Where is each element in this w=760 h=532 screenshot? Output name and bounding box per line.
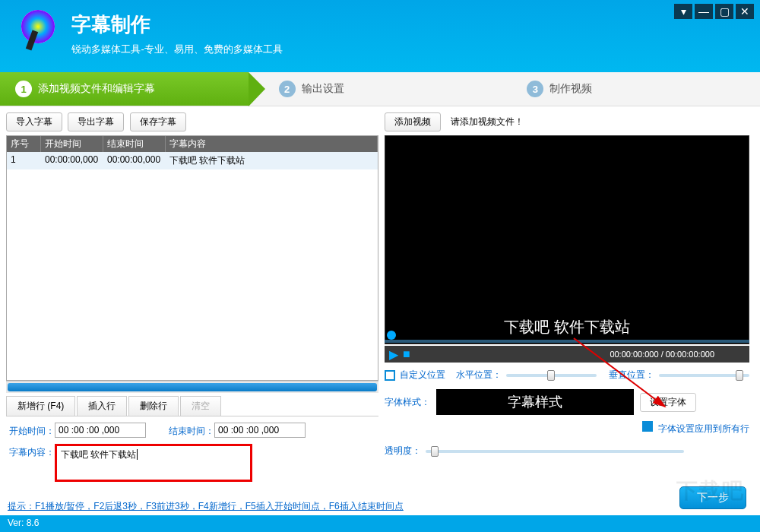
set-font-button[interactable]: 设置字体: [640, 393, 696, 412]
col-num: 序号: [7, 136, 41, 152]
step-1[interactable]: 1添加视频文件和编辑字幕: [0, 72, 249, 106]
opacity-label: 透明度：: [385, 445, 421, 458]
status-bar: Ver: 8.6: [0, 515, 760, 532]
seek-thumb[interactable]: [387, 331, 396, 340]
v-pos-label: 垂直位置：: [609, 369, 654, 382]
app-title: 字幕制作: [71, 11, 282, 38]
tab-add-row[interactable]: 新增行 (F4): [6, 396, 75, 416]
h-pos-slider[interactable]: [506, 374, 597, 377]
close-button[interactable]: ✕: [736, 4, 754, 19]
font-style-label: 字体样式：: [385, 396, 430, 409]
custom-position-checkbox[interactable]: [385, 370, 395, 381]
titlebar: ▾ — ▢ ✕ 字幕制作 锐动多媒体工具-专业、易用、免费的多媒体工具: [0, 0, 760, 72]
grid-scrollbar[interactable]: [6, 381, 378, 393]
custom-position-label: 自定义位置: [400, 369, 445, 382]
video-subtitle-overlay: 下载吧 软件下载站: [504, 317, 630, 337]
add-video-button[interactable]: 添加视频: [385, 112, 441, 131]
save-subtitle-button[interactable]: 保存字幕: [130, 112, 186, 131]
opacity-slider[interactable]: [426, 450, 684, 453]
playback-bar: ▶ ■ 00:00:00:000 / 00:00:00:000: [385, 346, 749, 363]
tab-insert-row[interactable]: 插入行: [77, 396, 127, 416]
content-label: 字幕内容：: [9, 444, 55, 459]
play-button[interactable]: ▶: [389, 347, 398, 362]
step-1-label: 添加视频文件和编辑字幕: [38, 82, 155, 96]
keyboard-hint: 提示：F1播放/暂停，F2后退3秒，F3前进3秒，F4新增行，F5插入开始时间点…: [0, 500, 760, 513]
app-subtitle: 锐动多媒体工具-专业、易用、免费的多媒体工具: [71, 43, 282, 56]
apply-all-checkbox[interactable]: [642, 421, 653, 432]
app-logo-icon: [15, 8, 61, 56]
end-time-input[interactable]: [214, 423, 306, 438]
step-2-label: 输出设置: [302, 82, 344, 96]
tab-delete-row[interactable]: 删除行: [128, 396, 179, 416]
restore-down-button[interactable]: ▾: [674, 4, 692, 19]
step-3[interactable]: 3制作视频: [511, 72, 760, 106]
svg-point-1: [21, 10, 55, 43]
version-label: Ver: 8.6: [8, 518, 39, 528]
next-step-button[interactable]: 下一步: [679, 486, 746, 509]
tab-clear[interactable]: 清空: [180, 396, 221, 416]
col-start: 开始时间: [41, 136, 103, 152]
minimize-button[interactable]: —: [695, 4, 713, 19]
start-time-label: 开始时间：: [9, 423, 55, 438]
export-subtitle-button[interactable]: 导出字幕: [68, 112, 124, 131]
subtitle-content-input[interactable]: 下载吧 软件下载站: [55, 444, 252, 482]
window-controls: ▾ — ▢ ✕: [674, 4, 754, 19]
apply-all-label: 字体设置应用到所有行: [658, 423, 749, 434]
v-pos-slider[interactable]: [659, 374, 749, 377]
step-nav: 1添加视频文件和编辑字幕 2输出设置 3制作视频: [0, 72, 760, 106]
col-end: 结束时间: [103, 136, 166, 152]
h-pos-label: 水平位置：: [456, 369, 502, 382]
seek-track[interactable]: [385, 340, 749, 343]
step-3-label: 制作视频: [549, 82, 592, 96]
timecode: 00:00:00:000 / 00:00:00:000: [610, 350, 714, 359]
maximize-button[interactable]: ▢: [715, 4, 733, 19]
start-time-input[interactable]: [55, 423, 146, 438]
end-time-label: 结束时间：: [169, 423, 214, 438]
subtitle-grid: 序号 开始时间 结束时间 字幕内容 1 00:00:00,000 00:00:0…: [6, 135, 378, 381]
font-style-preview: 字幕样式: [436, 389, 634, 415]
col-content: 字幕内容: [166, 136, 378, 152]
step-2[interactable]: 2输出设置: [249, 72, 512, 106]
import-subtitle-button[interactable]: 导入字幕: [6, 112, 62, 131]
stop-button[interactable]: ■: [403, 347, 410, 361]
add-video-prompt: 请添加视频文件！: [451, 116, 524, 127]
video-preview: 下载吧 软件下载站: [385, 135, 749, 344]
table-row[interactable]: 1 00:00:00,000 00:00:00,000 下载吧 软件下载站: [7, 152, 378, 169]
